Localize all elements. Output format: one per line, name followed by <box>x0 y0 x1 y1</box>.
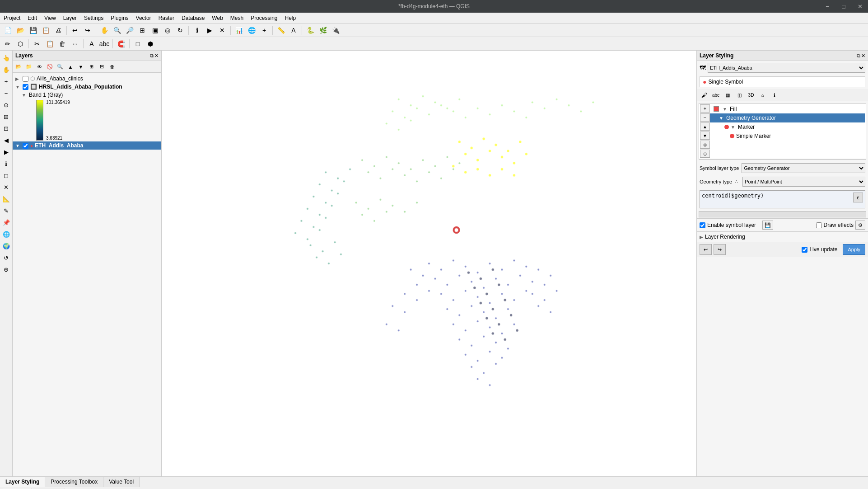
digitize-button[interactable]: ✏ <box>2 38 14 49</box>
layer-check-eth[interactable] <box>23 143 28 149</box>
select-tool[interactable]: ◻ <box>1 170 12 181</box>
menu-settings[interactable]: Settings <box>80 13 107 24</box>
zoom-native-button[interactable]: ⊙ <box>1 99 12 110</box>
styling-redo-button[interactable]: ↪ <box>714 244 726 255</box>
expand-all-button[interactable]: ⊞ <box>86 62 96 72</box>
draw-effects-checkbox[interactable] <box>816 222 822 228</box>
annotation-tool[interactable]: ✎ <box>1 205 12 216</box>
edit-delete-button[interactable]: 🗑 <box>56 38 68 49</box>
filter-button[interactable]: 🔍 <box>55 62 65 72</box>
layer-item-hrsl[interactable]: ▼ 🔲 HRSL_Addis_Ababa_Population <box>13 83 161 91</box>
styling-icon-abc[interactable]: abc <box>710 90 721 100</box>
menu-processing[interactable]: Processing <box>247 13 281 24</box>
layer-check-hrsl[interactable] <box>23 84 28 90</box>
edit-cut-button[interactable]: ✂ <box>31 38 43 49</box>
layers-close-button[interactable]: ✕ <box>154 53 159 59</box>
symbol-copy-button[interactable]: ⊕ <box>700 141 710 149</box>
styling-icon-3d[interactable]: 3D <box>746 90 756 100</box>
identify-button[interactable]: ℹ <box>191 25 203 36</box>
select-feature-button[interactable]: ▶ <box>204 25 215 36</box>
live-update-checkbox[interactable] <box>802 247 807 253</box>
styling-icon-diagram[interactable]: ▦ <box>722 90 733 100</box>
open-project-button[interactable]: 📂 <box>14 25 26 36</box>
grass-button[interactable]: 🌿 <box>317 25 329 36</box>
label-tool-button[interactable]: A <box>86 38 98 49</box>
styling-undo-button[interactable]: ↩ <box>700 244 712 255</box>
layer-item-clinics[interactable]: ▶ ⬡ Allis_Ababa_clinics <box>13 75 161 83</box>
layers-undock-button[interactable]: ⧉ <box>150 53 154 59</box>
menu-web[interactable]: Web <box>208 13 226 24</box>
enable-symbol-save-button[interactable]: 💾 <box>762 221 773 230</box>
edit-move-button[interactable]: ↔ <box>69 38 81 49</box>
sym-scrollbar[interactable] <box>699 211 866 217</box>
collapse-all-button[interactable]: ⊟ <box>97 62 107 72</box>
pin-tool[interactable]: 📌 <box>1 217 12 228</box>
maximize-button[interactable]: □ <box>835 0 852 13</box>
styling-layer-dropdown[interactable]: ETH_Addis_Ababa <box>708 63 865 73</box>
symbol-tree-marker[interactable]: ▼ Marker <box>710 122 865 132</box>
rotate-tool[interactable]: ↺ <box>1 252 12 263</box>
map-area[interactable] <box>162 51 696 476</box>
redo-button[interactable]: ↪ <box>82 25 93 36</box>
zoom-selection-tool[interactable]: ⊡ <box>1 123 12 134</box>
zoom-layer-button[interactable]: ▣ <box>149 25 161 36</box>
menu-edit[interactable]: Edit <box>24 13 41 24</box>
zoom-out-button[interactable]: 🔎 <box>124 25 135 36</box>
styling-undock-button[interactable]: ⧉ <box>857 53 860 59</box>
python-console-button[interactable]: 🐍 <box>304 25 316 36</box>
save-project-button[interactable]: 💾 <box>27 25 39 36</box>
sym-layer-type-select[interactable]: Geometry Generator <box>742 163 865 173</box>
touch-zoom-button[interactable]: 👆 <box>1 52 12 63</box>
close-button[interactable]: ✕ <box>852 0 868 13</box>
snapping-button[interactable]: 🧲 <box>115 38 127 49</box>
minimize-button[interactable]: − <box>819 0 835 13</box>
deselect-tool[interactable]: ✕ <box>1 182 12 193</box>
print-button[interactable]: 🖨 <box>52 25 64 36</box>
hide-all-button[interactable]: 🚫 <box>45 62 55 72</box>
grass-region-button[interactable]: □ <box>132 38 144 49</box>
draw-effects-settings-button[interactable]: ⚙ <box>855 221 865 230</box>
symbol-tree-geometry-generator[interactable]: ▼ Geometry Generator <box>710 113 865 122</box>
pan-map-button[interactable]: ✋ <box>1 64 12 75</box>
symbol-paste-button[interactable]: ⊙ <box>700 150 710 158</box>
new-project-button[interactable]: 📄 <box>2 25 14 36</box>
bottom-tab-value-tool[interactable]: Value Tool <box>103 477 140 487</box>
refresh-button[interactable]: ↻ <box>174 25 186 36</box>
symbol-up-button[interactable]: ▲ <box>700 122 710 131</box>
zoom-full-button[interactable]: ⊞ <box>136 25 148 36</box>
remove-layer-button[interactable]: 🗑 <box>107 62 117 72</box>
enable-symbol-checkbox[interactable] <box>700 222 705 228</box>
add-vector-button[interactable]: + <box>258 25 270 36</box>
attribute-table-button[interactable]: 📊 <box>233 25 245 36</box>
move-down-button[interactable]: ▼ <box>76 62 86 72</box>
previous-extent-button[interactable]: ◀ <box>1 135 12 146</box>
zoom-in-button[interactable]: 🔍 <box>111 25 123 36</box>
menu-project[interactable]: Project <box>0 13 24 24</box>
styling-close-button[interactable]: ✕ <box>861 53 865 59</box>
node-tool-button[interactable]: ⬡ <box>14 38 26 49</box>
layer-rendering-row[interactable]: ▶ Layer Rendering <box>697 231 868 242</box>
symbol-add-button[interactable]: + <box>700 104 710 113</box>
undo-button[interactable]: ↩ <box>69 25 81 36</box>
earth-tool[interactable]: 🌍 <box>1 240 12 251</box>
menu-database[interactable]: Database <box>178 13 208 24</box>
styling-icon-metadata[interactable]: ℹ <box>769 90 780 100</box>
expression-epsilon-button[interactable]: ε <box>853 193 863 202</box>
menu-vector[interactable]: Vector <box>132 13 155 24</box>
pan-button[interactable]: ✋ <box>98 25 110 36</box>
menu-help[interactable]: Help <box>281 13 300 24</box>
move-up-button[interactable]: ▲ <box>65 62 75 72</box>
measure-tool[interactable]: 📐 <box>1 193 12 204</box>
label-diagram-button[interactable]: abc <box>98 38 110 49</box>
symbol-tree-fill[interactable]: ▼ Fill <box>710 104 865 113</box>
edit-copy-button[interactable]: 📋 <box>44 38 56 49</box>
show-all-button[interactable]: 👁 <box>34 62 44 72</box>
apply-button[interactable]: Apply <box>843 244 865 255</box>
menu-plugins[interactable]: Plugins <box>107 13 132 24</box>
symbol-tree-simple-marker[interactable]: Simple Marker <box>710 132 865 141</box>
new-group-button[interactable]: 📁 <box>24 62 34 72</box>
grass-digitize-button[interactable]: ⬢ <box>145 38 156 49</box>
layer-check-clinics[interactable] <box>23 76 28 82</box>
menu-layer[interactable]: Layer <box>60 13 80 24</box>
bottom-tab-layer-styling[interactable]: Layer Styling <box>0 477 45 487</box>
